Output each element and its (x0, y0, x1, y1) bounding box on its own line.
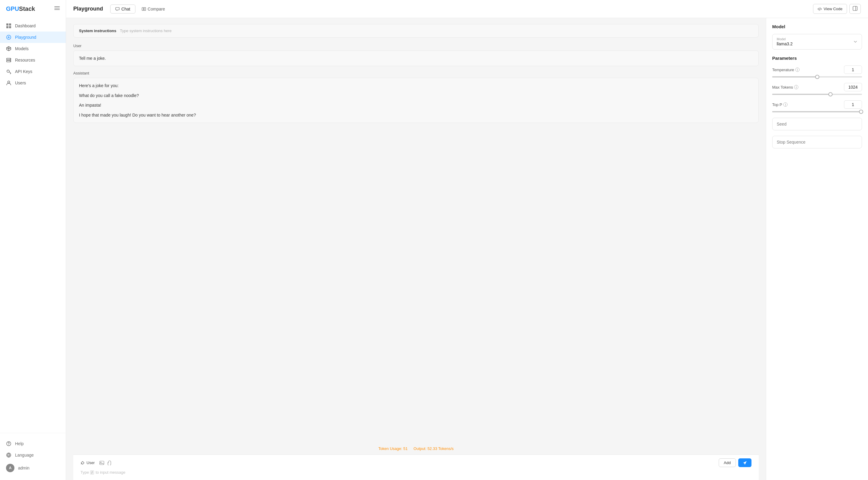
top-p-slider[interactable] (772, 111, 862, 112)
help-icon (6, 441, 11, 446)
user-message-section: User Tell me a joke. (73, 43, 759, 66)
main-content: Playground Chat Compare View Code (66, 0, 868, 480)
max-tokens-param: Max Tokens i 1024 (772, 83, 862, 95)
send-button[interactable] (738, 458, 751, 467)
sidebar-item-playground[interactable]: Playground (0, 32, 66, 43)
sidebar-item-users[interactable]: Users (0, 77, 66, 89)
send-icon (742, 460, 747, 465)
input-role-selector[interactable]: User (81, 460, 95, 465)
system-instructions[interactable]: System instructions Type system instruct… (73, 24, 759, 37)
top-p-value[interactable]: 1 (844, 100, 862, 109)
sidebar-item-language[interactable]: Language (0, 449, 66, 461)
right-panel: Model Model llama3.2 Parameters Temperat… (766, 18, 868, 480)
temperature-label: Temperature i (772, 68, 800, 72)
top-p-param: Top P i 1 (772, 100, 862, 112)
max-tokens-info-icon[interactable]: i (794, 85, 798, 89)
model-selector[interactable]: Model llama3.2 (772, 34, 862, 50)
parameters-title: Parameters (772, 56, 862, 61)
image-attach-button[interactable] (99, 460, 104, 465)
input-placeholder[interactable]: Type / to input message (81, 470, 751, 475)
sidebar-item-api-keys[interactable]: API Keys (0, 66, 66, 77)
svg-point-21 (101, 462, 101, 462)
sidebar-item-label: Models (15, 46, 29, 51)
token-output: Output: 52.33 Tokens/s (413, 446, 454, 451)
file-attach-button[interactable] (107, 460, 112, 465)
model-section-title: Model (772, 24, 862, 29)
sidebar-item-resources[interactable]: Resources (0, 54, 66, 66)
sidebar-item-label: Playground (15, 35, 36, 40)
sidebar-item-models[interactable]: Models (0, 43, 66, 54)
tab-compare-label: Compare (148, 7, 165, 11)
token-usage: Token Usage: 51 Output: 52.33 Tokens/s (73, 443, 759, 454)
sidebar-item-dashboard[interactable]: Dashboard (0, 20, 66, 32)
input-toolbar: User Add (81, 458, 751, 467)
page-title: Playground (73, 6, 103, 12)
username: admin (18, 466, 29, 470)
svg-point-12 (7, 70, 9, 72)
sidebar-item-label: Dashboard (15, 24, 36, 28)
user-message-text: Tell me a joke. (79, 55, 753, 62)
svg-point-13 (8, 81, 10, 83)
logo: GPUStack (6, 5, 35, 12)
seed-param (772, 118, 862, 130)
sidebar-item-help[interactable]: Help (0, 438, 66, 449)
user-role-label: User (73, 43, 759, 48)
temperature-slider[interactable] (772, 76, 862, 78)
assistant-message-section: Assistant Here's a joke for you: What do… (73, 71, 759, 123)
slash-key: / (90, 470, 94, 475)
header: Playground Chat Compare View Code (66, 0, 868, 18)
assistant-line-1: Here's a joke for you: (79, 82, 753, 89)
user-message-bubble: Tell me a joke. (73, 51, 759, 66)
user-icon (6, 80, 11, 86)
attachment-icon (107, 460, 112, 465)
input-role-icon (81, 461, 85, 465)
assistant-line-2: What do you call a fake noodle? (79, 92, 753, 99)
max-tokens-slider[interactable] (772, 94, 862, 95)
add-button[interactable]: Add (719, 458, 736, 467)
max-tokens-label: Max Tokens i (772, 85, 798, 90)
globe-icon (6, 452, 11, 458)
tab-compare[interactable]: Compare (137, 4, 170, 13)
stop-sequence-input[interactable] (772, 136, 862, 148)
svg-rect-1 (54, 8, 60, 8)
temperature-value[interactable]: 1 (844, 65, 862, 74)
cube-icon (6, 46, 11, 51)
tab-chat[interactable]: Chat (110, 4, 135, 13)
sidebar-item-label: Help (15, 441, 24, 446)
seed-input[interactable] (772, 118, 862, 130)
layout-toggle-button[interactable] (849, 4, 861, 14)
svg-rect-5 (6, 26, 8, 28)
svg-rect-20 (100, 461, 104, 465)
model-select-label: Model (777, 37, 793, 41)
sidebar-logo: GPUStack (0, 0, 66, 18)
token-usage-label: Token Usage: 51 (378, 446, 409, 451)
view-code-button[interactable]: View Code (813, 4, 847, 14)
sidebar-item-label: Resources (15, 58, 35, 62)
sidebar-item-label: API Keys (15, 69, 32, 74)
grid-icon (6, 23, 11, 29)
input-icons (99, 460, 112, 465)
chat-icon (115, 7, 120, 11)
layout-icon (853, 6, 858, 11)
sidebar-bottom: Help Language A admin (0, 433, 66, 480)
input-area: User Add (73, 454, 759, 480)
assistant-line-4: I hope that made you laugh! Do you want … (79, 112, 753, 118)
svg-point-10 (10, 59, 10, 59)
svg-rect-3 (6, 24, 8, 26)
top-p-info-icon[interactable]: i (783, 102, 787, 107)
menu-toggle-icon[interactable] (54, 5, 60, 12)
system-instructions-placeholder: Type system instructions here (120, 29, 172, 33)
sidebar-user[interactable]: A admin (0, 461, 66, 475)
svg-rect-0 (54, 6, 60, 7)
compare-icon (142, 7, 146, 11)
svg-point-11 (10, 61, 10, 62)
input-actions: Add (719, 458, 751, 467)
temperature-info-icon[interactable]: i (795, 68, 800, 72)
svg-rect-6 (9, 26, 11, 28)
svg-rect-17 (144, 7, 146, 10)
header-actions: View Code (813, 4, 861, 14)
chevron-down-icon (853, 40, 858, 44)
stop-sequence-param (772, 136, 862, 148)
max-tokens-value[interactable]: 1024 (844, 83, 862, 91)
server-icon (6, 57, 11, 63)
